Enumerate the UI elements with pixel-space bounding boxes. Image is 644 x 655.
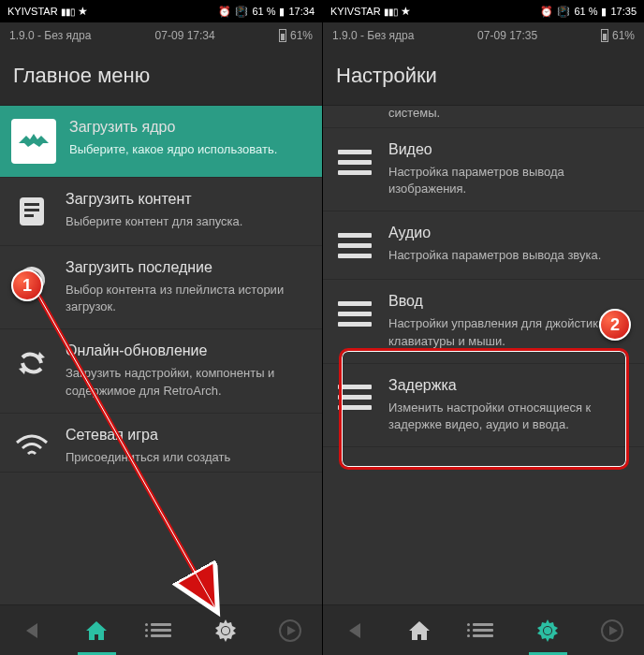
item-title: Ввод [388,293,633,310]
list-icon [473,623,493,637]
menu-item-online-update[interactable]: Онлайн-обновление Загрузить надстройки, … [0,329,322,413]
back-icon [349,623,360,638]
gear-icon [213,619,238,643]
item-title: Загрузить ядро [69,119,311,136]
home-icon [84,619,109,642]
signal-icon: ▮▮▯ [384,7,398,17]
app-subheader: 1.9.0 - Без ядра 07-09 17:34 61% [0,22,322,49]
page-title: Главное меню [0,49,322,106]
item-desc: Выбор контента из плейлиста истории загр… [66,282,311,315]
item-title: Сетевая игра [66,427,311,444]
settings-item-video[interactable]: Видео Настройка параметров вывода изобра… [323,128,644,211]
alarm-icon: ⏰ [218,6,231,18]
app-version: 1.9.0 - Без ядра [332,29,414,42]
back-icon [26,623,37,638]
item-desc: Настройка параметров вывода звука. [388,247,633,264]
settings-item-audio[interactable]: Аудио Настройка параметров вывода звука. [323,211,644,280]
lines-icon [334,377,375,418]
carrier-label: KYIVSTAR [7,6,58,17]
android-statusbar: KYIVSTAR ▮▮▯ ★ ⏰ 📳 61 % ▮ 17:35 [323,0,644,22]
menu-item-netplay[interactable]: Сетевая игра Присоединиться или создать [0,414,322,473]
item-desc: Выберите контент для запуска. [66,213,311,230]
page-title: Настройки [323,49,644,106]
nav-settings[interactable] [516,605,580,655]
item-title: Задержка [388,377,633,394]
item-desc: Изменить настройки относящиеся к задержк… [388,400,633,433]
nav-home[interactable] [65,605,129,655]
svg-point-6 [544,627,551,634]
menu-list[interactable]: Загрузить ядро Выберите, какое ядро испо… [0,106,322,604]
app-subheader: 1.9.0 - Без ядра 07-09 17:35 61% [323,22,644,49]
app-battery: 61% [290,29,313,42]
nav-playlists[interactable] [129,605,194,655]
nav-home[interactable] [388,605,452,655]
item-title: Онлайн-обновление [66,342,311,359]
retroarch-icon [11,119,56,164]
clock: 17:34 [288,6,315,17]
app-datetime: 07-09 17:34 [155,29,215,42]
signal-icon: ▮▮▯ [61,7,75,17]
screen-main-menu: KYIVSTAR ▮▮▯ ★ ⏰ 📳 61 % ▮ 17:34 1.9.0 - … [0,0,322,655]
item-title: Видео [388,141,633,158]
screen-settings: KYIVSTAR ▮▮▯ ★ ⏰ 📳 61 % ▮ 17:35 1.9.0 - … [322,0,644,655]
gear-icon [535,619,560,643]
file-icon [11,191,52,232]
app-datetime: 07-09 17:35 [477,29,537,42]
home-icon [407,619,432,642]
svg-rect-1 [24,203,39,206]
list-icon [151,623,171,637]
menu-item-load-recent[interactable]: Загрузить последние Выбор контента из пл… [0,246,322,329]
settings-item-input[interactable]: Ввод Настройки управления для джойстика,… [323,280,644,363]
menu-item-load-content[interactable]: Загрузить контент Выберите контент для з… [0,178,322,246]
battery-pct: 61 % [574,6,597,17]
item-desc: Выберите, какое ядро использовать. [69,141,311,158]
play-icon [601,619,623,642]
nav-back[interactable] [323,605,388,655]
item-desc: Присоединиться или создать [66,449,311,466]
svg-rect-3 [24,214,34,217]
battery-icon: ▮ [601,6,607,18]
carrier-label: KYIVSTAR [330,6,381,17]
bottom-nav [0,604,322,655]
nav-settings[interactable] [193,605,257,655]
star-icon: ★ [401,5,411,18]
menu-item-load-core[interactable]: Загрузить ядро Выберите, какое ядро испо… [0,106,322,178]
item-title: Загрузить последние [66,259,311,276]
nav-run[interactable] [257,605,322,655]
item-desc-partial: системы. [323,106,644,128]
callout-1: 1 [11,269,43,301]
lines-icon [334,141,375,182]
svg-rect-2 [24,209,39,211]
play-icon [279,619,301,642]
callout-2: 2 [599,309,631,341]
bottom-nav [323,604,644,655]
item-desc: Настройки управления для джойстика, клав… [388,315,633,349]
item-title: Аудио [388,225,633,241]
vibrate-icon: 📳 [557,6,570,18]
refresh-icon [11,342,52,384]
battery-pct: 61 % [252,6,275,17]
wifi-icon [11,427,52,468]
settings-list[interactable]: системы. Видео Настройка параметров выво… [323,106,644,604]
vibrate-icon: 📳 [235,6,248,18]
item-desc: Настройка параметров вывода изображения. [388,164,633,197]
svg-point-4 [222,627,229,634]
nav-playlists[interactable] [451,605,516,655]
battery-icon: ▮ [279,6,285,18]
battery-icon [279,29,286,42]
clock: 17:35 [610,6,637,17]
android-statusbar: KYIVSTAR ▮▮▯ ★ ⏰ 📳 61 % ▮ 17:34 [0,0,322,22]
item-desc: Загрузить надстройки, компоненты и содер… [66,365,311,399]
settings-item-latency[interactable]: Задержка Изменить настройки относящиеся … [323,364,644,447]
app-version: 1.9.0 - Без ядра [9,29,91,42]
lines-icon [334,293,375,334]
battery-icon [601,29,608,42]
nav-run[interactable] [579,605,644,655]
lines-icon [334,225,375,266]
star-icon: ★ [78,5,88,18]
nav-back[interactable] [0,605,65,655]
item-title: Загрузить контент [66,191,311,208]
app-battery: 61% [612,29,635,42]
alarm-icon: ⏰ [540,6,553,18]
